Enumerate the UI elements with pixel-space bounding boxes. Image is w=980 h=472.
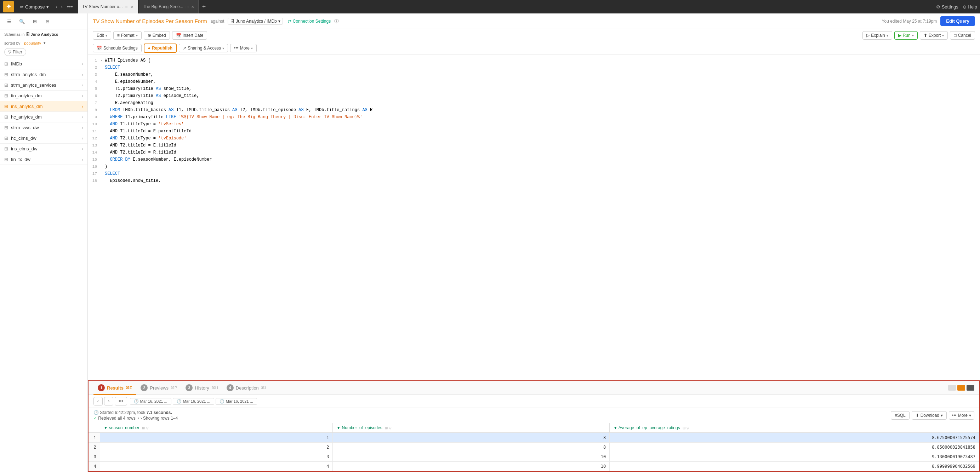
tab-results[interactable]: 1 Results ⌘E [94,381,136,395]
nav-next-rows[interactable]: › [140,416,142,421]
schedule-settings-button[interactable]: 📅 Schedule Settings [93,44,142,52]
hamburger-icon[interactable]: ☰ [4,16,14,26]
tab-description[interactable]: 4 Description ⌘I [222,381,270,395]
line-content: T1.primaryTitle AS show_title, [105,86,980,92]
line-number: 6 [88,93,100,99]
toolbar-2: 📅 Schedule Settings ● Republish ↗ Sharin… [88,42,980,54]
table-row[interactable]: 3 3 10 9.130000019073487 [89,452,979,462]
schema-name: fin_anlytcs_dm [11,93,42,99]
export-button[interactable]: ⬆ Export ▾ [920,31,948,40]
sidebar-item-strm_anlytcs_dm[interactable]: ⊞ strm_anlytcs_dm › [0,69,88,80]
col-filter-icon[interactable]: ▽ [146,426,149,430]
header-right: You edited May 25 at 7:19pm Edit Query [882,16,975,26]
edit-query-button[interactable]: Edit Query [940,16,975,26]
sidebar-item-fin_tx_dw[interactable]: ⊞ fin_tx_dw › [0,154,88,165]
sidebar-item-hc_clms_dw[interactable]: ⊞ hc_clms_dw › [0,133,88,144]
forward-arrow[interactable]: › [59,3,64,11]
time-tab-3[interactable]: 🕐 Mar 16, 2021 ... [216,398,257,405]
sidebar-item-ins_anlytcs_dm[interactable]: ⊞ ins_anlytcs_dm › [0,101,88,112]
col-sort-icon-2[interactable]: ⊞ [682,426,686,430]
tab-2[interactable]: The Big Bang Serie... ··· ✕ [139,0,199,13]
history-label: History [195,385,209,391]
grid-icon[interactable]: ⊞ [30,16,40,26]
sidebar-more-icon[interactable]: ⊟ [43,16,52,26]
sort-control[interactable]: sorted by popularity ▾ [4,41,83,45]
query-title[interactable]: TV Show Number of Episodes Per Season Fo… [93,18,207,24]
tab-bar: TV Show Number o... ··· ✕ The Big Bang S… [78,0,933,13]
col-filter-icon[interactable]: ▽ [687,426,689,430]
format-button[interactable]: ≡ Format ▾ [113,31,142,40]
chevron-down-icon: ▾ [912,33,914,38]
nav-more[interactable]: ••• [115,397,127,405]
col-episodes[interactable]: ▼ Number_of_episodes ⊞ ▽ [333,423,610,433]
sharing-access-button[interactable]: ↗ Sharing & Access ▾ [179,44,228,52]
sidebar-item-left: ⊞ ins_anlytcs_dm [4,104,43,109]
sidebar-item-hc_anlytcs_dm[interactable]: ⊞ hc_anlytcs_dm › [0,112,88,122]
code-line-14: 14 AND T2.titleId = R.titleId [88,149,980,156]
filter-button[interactable]: ▽ Filter [4,48,26,56]
schedule-icon: 📅 [97,46,102,51]
sidebar-item-strm_vws_dw[interactable]: ⊞ strm_vws_dw › [0,122,88,133]
time-tab-1[interactable]: 🕐 Mar 16, 2021 ... [130,398,171,405]
col-season-number[interactable]: ▼ season_number ⊞ ▽ [100,423,333,433]
nav-prev-rows[interactable]: ‹ [138,416,139,421]
republish-button[interactable]: ● Republish [144,43,177,53]
sql-button[interactable]: ≡SQL [891,411,910,420]
settings-link[interactable]: ⚙ Settings [936,4,958,10]
help-link[interactable]: ⊙ Help [963,4,977,10]
code-line-12: 12 AND T2.titleType = 'tvEpisode' [88,135,980,142]
connection-settings-link[interactable]: ⇄ Connection Settings [288,19,331,24]
search-icon[interactable]: 🔍 [17,16,27,26]
add-tab-button[interactable]: + [199,3,209,11]
info-icon[interactable]: ⓘ [334,18,339,24]
tab-1[interactable]: TV Show Number o... ··· ✕ [78,0,138,13]
view-btn-list[interactable] [948,385,956,391]
back-arrow[interactable]: ‹ [54,3,59,11]
edit-button[interactable]: Edit ▾ [93,31,111,40]
col-sort-icon-2[interactable]: ⊞ [142,426,145,430]
code-editor[interactable]: 1▾WITH Episodes AS (2SELECT3 E.seasonNum… [88,54,980,380]
sidebar-item-left: ⊞ ins_clms_dw [4,146,37,151]
tab-history[interactable]: 3 History ⌘H [181,381,222,395]
sidebar-item-fin_anlytcs_dm[interactable]: ⊞ fin_anlytcs_dm › [0,91,88,101]
cell-avg-rating: 8.850000023841858 [610,443,979,452]
table-row[interactable]: 4 4 10 8.999999904632569 [89,462,979,471]
more-results-button[interactable]: ••• More ▾ [949,411,974,420]
line-number: 8 [88,107,100,114]
explain-button[interactable]: ▷ Explain ▾ [862,31,892,40]
cancel-button[interactable]: □ Cancel [950,31,975,40]
view-btn-table[interactable] [957,385,965,391]
cell-avg-rating: 9.130000019073487 [610,452,979,462]
schema-name: hc_clms_dw [11,135,37,141]
col-avg-rating[interactable]: ▼ Average_of_ep_average_ratings ⊞ ▽ [610,423,979,433]
table-row[interactable]: 1 1 8 8.675000071525574 [89,433,979,443]
tab-2-close[interactable]: ✕ [191,5,194,9]
tab-1-close[interactable]: ✕ [130,5,134,9]
chevron-right-icon: › [82,125,83,130]
table-row[interactable]: 2 2 8 8.850000023841858 [89,443,979,452]
line-content: T2.primaryTitle AS episode_title, [105,93,980,99]
sidebar-item-IMDb[interactable]: ⊞ IMDb › [0,59,88,69]
app-logo[interactable]: ✦ [3,1,14,13]
nav-prev[interactable]: ‹ [94,397,103,405]
more-dots[interactable]: ••• [65,3,75,11]
embed-button[interactable]: ⊕ Embed [144,31,170,40]
insert-date-button[interactable]: 📅 Insert Date [172,31,207,40]
db-selector[interactable]: 🗄 Juno Analytics / IMDb ▾ [228,18,283,25]
more-button[interactable]: ••• More ▾ [230,44,257,52]
tab-previews[interactable]: 2 Previews ⌘P [136,381,181,395]
view-btn-grid[interactable] [967,385,974,391]
main-layout: ☰ 🔍 ⊞ ⊟ Schemas in 🗄 Juno Analytics sort… [0,13,980,472]
download-button[interactable]: ⬇ Download ▾ [912,411,947,420]
nav-next[interactable]: › [104,397,113,405]
time-tab-2[interactable]: 🕐 Mar 16, 2021 ... [173,398,214,405]
tab-num-2: 2 [140,384,148,391]
edited-info: You edited May 25 at 7:19pm [882,19,937,24]
compose-button[interactable]: ✏ Compose ▾ [17,3,52,11]
sidebar-item-ins_clms_dw[interactable]: ⊞ ins_clms_dw › [0,144,88,154]
sidebar-item-strm_anlytcs_services[interactable]: ⊞ strm_anlytcs_services › [0,80,88,91]
col-filter-icon[interactable]: ▽ [389,426,391,430]
run-button[interactable]: ▶ Run ▾ [894,31,918,40]
col-sort-icon-2[interactable]: ⊞ [385,426,388,430]
download-icon: ⬇ [916,413,919,418]
